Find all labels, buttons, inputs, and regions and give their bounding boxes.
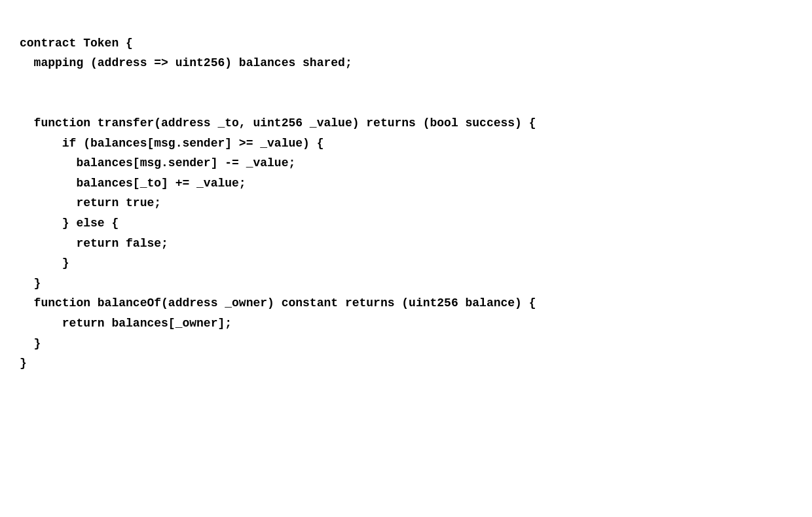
code-block: contract Token { mapping (address => uin… (0, 0, 812, 517)
code-line-3 (20, 93, 792, 113)
code-line-6: balances[msg.sender] -= _value; (20, 153, 792, 173)
code-line-7: balances[_to] += _value; (20, 173, 792, 194)
code-line-8: return true; (20, 193, 792, 213)
code-line-2 (20, 73, 792, 94)
code-line-4: function transfer(address _to, uint256 _… (20, 113, 792, 134)
code-line-1: mapping (address => uint256) balances sh… (20, 53, 792, 73)
code-line-10: return false; (20, 234, 792, 254)
code-line-9: } else { (20, 213, 792, 234)
code-line-15: } (20, 334, 792, 354)
code-line-16: } (20, 353, 792, 374)
code-line-14: return balances[_owner]; (20, 313, 792, 334)
code-line-5: if (balances[msg.sender] >= _value) { (20, 134, 792, 154)
code-line-13: function balanceOf(address _owner) const… (20, 293, 792, 313)
code-line-12: } (20, 274, 792, 294)
code-line-0: contract Token { (20, 33, 792, 54)
code-line-11: } (20, 253, 792, 274)
